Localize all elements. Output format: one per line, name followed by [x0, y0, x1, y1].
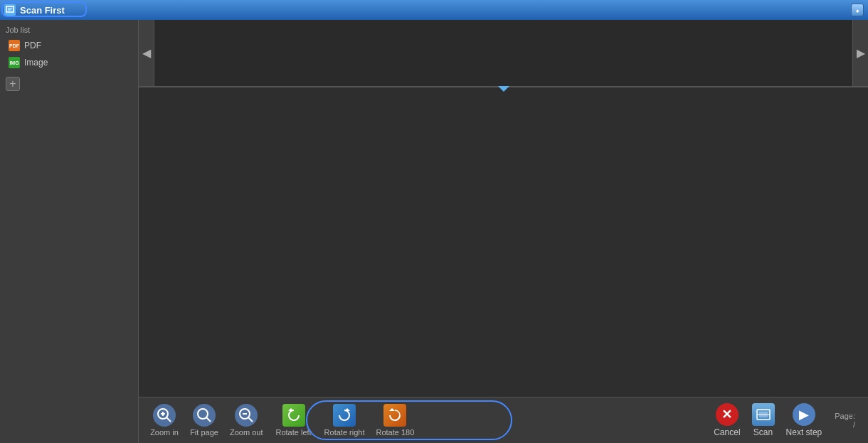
rotate-left-button[interactable]: Rotate left	[270, 400, 317, 441]
sidebar-item-pdf[interactable]: PDF PDF	[0, 37, 138, 54]
preview-strip: ◀ ▶	[139, 20, 868, 87]
scan-icon	[752, 403, 775, 426]
next-step-label: Next step	[786, 427, 822, 437]
zoom-in-label: Zoom in	[150, 428, 179, 437]
rotate-180-icon	[383, 404, 406, 427]
prev-arrow-button[interactable]: ◀	[139, 20, 154, 86]
bottom-toolbar: Zoom in Fit page	[139, 397, 868, 443]
add-job-button[interactable]: +	[6, 77, 20, 91]
page-value: /	[853, 420, 855, 429]
main-preview-area	[139, 87, 868, 397]
scan-button[interactable]: Scan	[748, 400, 779, 440]
content-area: ◀ ▶ Zoom in	[139, 20, 868, 443]
next-arrow-button[interactable]: ▶	[852, 20, 868, 86]
rotate-right-icon	[333, 404, 356, 427]
scan-label: Scan	[753, 427, 773, 437]
svg-line-8	[206, 417, 211, 422]
cancel-icon: ✕	[716, 403, 739, 426]
sidebar: Job list PDF PDF IMG Image +	[0, 20, 139, 443]
zoom-in-icon	[153, 404, 176, 427]
rotate-right-button[interactable]: Rotate right	[320, 401, 369, 439]
fit-page-label: Fit page	[190, 428, 218, 437]
zoom-out-label: Zoom out	[230, 428, 263, 437]
rotate-left-label: Rotate left	[275, 428, 311, 437]
cancel-label: Cancel	[714, 427, 740, 437]
rotate-left-icon	[282, 404, 305, 427]
svg-rect-0	[6, 6, 14, 12]
strip-content	[154, 20, 852, 86]
next-step-button[interactable]: ▶ Next step	[782, 400, 827, 440]
cancel-button[interactable]: ✕ Cancel	[709, 400, 744, 440]
zoom-out-icon	[235, 404, 258, 427]
main-layout: Job list PDF PDF IMG Image + ◀ ▶	[0, 20, 868, 443]
pdf-icon: PDF	[9, 40, 20, 51]
fit-page-button[interactable]: Fit page	[186, 401, 223, 439]
sidebar-item-image[interactable]: IMG Image	[0, 54, 138, 71]
drop-indicator	[498, 86, 509, 92]
image-icon: IMG	[9, 57, 20, 68]
fit-page-icon	[193, 404, 216, 427]
rotate-180-label: Rotate 180	[376, 428, 414, 437]
svg-line-11	[248, 417, 253, 422]
rotate-right-label: Rotate right	[324, 428, 365, 437]
image-label: Image	[24, 58, 48, 68]
app-title: Scan First	[20, 5, 847, 16]
title-action-button[interactable]: ⬥	[851, 4, 864, 16]
page-indicator: Page: /	[829, 412, 861, 429]
svg-marker-12	[288, 408, 294, 411]
app-icon	[4, 4, 16, 16]
job-list-label: Job list	[0, 23, 138, 37]
svg-point-7	[198, 409, 208, 419]
svg-line-6	[166, 417, 171, 422]
next-step-icon: ▶	[793, 403, 815, 426]
svg-marker-14	[389, 408, 395, 411]
page-label: Page:	[835, 412, 855, 420]
rotate-180-button[interactable]: Rotate 180	[371, 401, 418, 439]
zoom-in-button[interactable]: Zoom in	[146, 401, 183, 439]
pdf-label: PDF	[24, 41, 41, 50]
svg-marker-13	[344, 408, 350, 411]
zoom-out-button[interactable]: Zoom out	[226, 401, 267, 439]
